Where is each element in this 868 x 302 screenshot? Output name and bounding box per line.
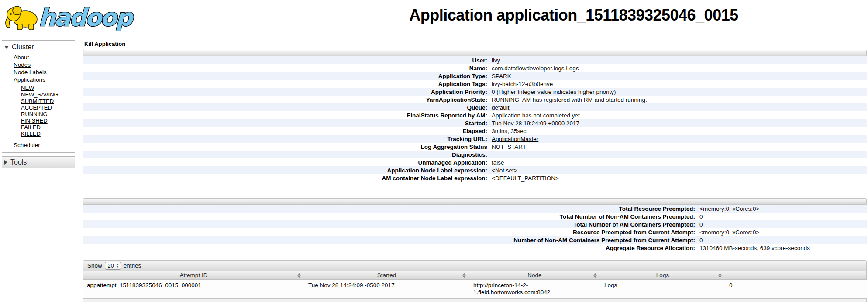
table-row: appattempt_1511839325046_0015_000001 Tue…: [83, 280, 867, 298]
info-label: Name:: [83, 65, 491, 72]
sidebar-item-state-running[interactable]: RUNNING: [21, 111, 48, 117]
application-overview-table: User:livy Name:com.dataflowdeveloper.log…: [83, 50, 867, 182]
info-value: 1310460 MB-seconds, 639 vcore-seconds: [699, 245, 810, 251]
sidebar-item-state-new-saving[interactable]: NEW_SAVING: [21, 91, 59, 98]
sidebar-item-nodes[interactable]: Nodes: [14, 62, 31, 68]
info-value: NOT_START: [491, 144, 526, 150]
list-item: FAILED: [21, 124, 75, 130]
info-label: Unmanaged Application:: [83, 159, 491, 166]
user-link[interactable]: livy: [492, 57, 500, 64]
application-overview-rows: User:livy Name:com.dataflowdeveloper.log…: [83, 56, 867, 182]
column-header-attempt-id[interactable]: Attempt ID: [83, 271, 304, 280]
table-row: Application Tags:livy-batch-12-u3b0enve: [83, 80, 867, 88]
table-row: Tracking URL:ApplicationMaster: [83, 135, 867, 143]
sidebar-item-node-labels[interactable]: Node Labels: [14, 69, 47, 76]
page-size-value: 20: [108, 263, 114, 269]
sidebar-section-tools[interactable]: Tools: [2, 156, 75, 168]
table-row: Total Number of Non-AM Containers Preemp…: [83, 213, 867, 220]
info-value: livy-batch-12-u3b0enve: [491, 81, 553, 87]
table-row: User:livy: [83, 56, 867, 64]
attempt-node-link[interactable]: http://princeton-14-2-1.field.hortonwork…: [473, 282, 596, 296]
hadoop-logo: hadoop: [3, 1, 139, 32]
sort-icon: [297, 273, 301, 278]
sort-icon: [593, 273, 597, 278]
info-label: Queue:: [83, 104, 491, 111]
table-length-toolbar: Show 20 entries: [83, 260, 867, 271]
info-label: Log Aggregation Status: [83, 144, 491, 150]
attempt-blacklisted-count: 0: [725, 280, 867, 298]
app-states-group: NEW NEW_SAVING SUBMITTED ACCEPTED RUNNIN…: [14, 85, 75, 137]
list-item: ACCEPTED: [21, 104, 75, 111]
info-value: Application has not completed yet.: [491, 112, 582, 119]
table-row: Log Aggregation StatusNOT_START: [83, 143, 867, 151]
info-label: Application Tags:: [83, 81, 491, 87]
cluster-section-label: Cluster: [12, 43, 34, 51]
tools-section-label: Tools: [10, 158, 27, 166]
list-item: Scheduler: [14, 141, 75, 149]
info-value: <DEFAULT_PARTITION>: [491, 175, 559, 182]
table-row: AM container Node Label expression:<DEFA…: [83, 174, 867, 182]
info-label: Number of Non-AM Containers Preempted fr…: [83, 237, 699, 244]
list-item: NEW_SAVING: [21, 91, 75, 98]
hadoop-elephant-icon: [6, 6, 37, 30]
tracking-url-link[interactable]: ApplicationMaster: [492, 136, 538, 142]
sidebar-item-state-new[interactable]: NEW: [21, 85, 34, 91]
info-label: Resource Preempted from Current Attempt:: [83, 229, 699, 236]
sidebar-item-about[interactable]: About: [14, 54, 29, 61]
table-row: Elapsed:3mins, 35sec: [83, 127, 867, 135]
info-value: RUNNING: AM has registered with RM and s…: [491, 96, 647, 103]
chevron-down-icon: [4, 46, 9, 49]
table-row: Application Type:SPARK: [83, 72, 867, 80]
resource-preemption-table: Total Resource Preempted:<memory:0, vCor…: [83, 198, 867, 252]
table-row: Total Number of AM Containers Preempted:…: [83, 220, 867, 228]
table-row: Application Priority:0 (Higher Integer v…: [83, 88, 867, 96]
column-header-logs[interactable]: Logs: [600, 271, 725, 280]
info-value: <Not set>: [491, 167, 517, 174]
list-item: Applications: [14, 76, 75, 83]
info-label: Elapsed:: [83, 128, 491, 134]
sidebar-item-state-failed[interactable]: FAILED: [21, 124, 41, 130]
attempt-logs-link[interactable]: Logs: [604, 282, 617, 288]
column-header-blank[interactable]: [725, 271, 867, 280]
info-label: AM container Node Label expression:: [83, 175, 491, 182]
info-value: 0: [699, 221, 703, 228]
sidebar-item-applications[interactable]: Applications: [14, 76, 45, 83]
cluster-nav-list: About Nodes Node Labels Applications NEW…: [2, 54, 75, 149]
column-label: Logs: [656, 272, 669, 278]
page-size-select[interactable]: 20: [105, 262, 121, 270]
list-item: SUBMITTED: [21, 98, 75, 104]
page-title: Application application_1511839325046_00…: [279, 6, 868, 24]
sidebar-item-scheduler[interactable]: Scheduler: [14, 142, 40, 148]
table-row: YarnApplicationState:RUNNING: AM has reg…: [83, 96, 867, 103]
sidebar-item-state-submitted[interactable]: SUBMITTED: [21, 98, 54, 104]
sidebar-item-state-killed[interactable]: KILLED: [21, 130, 41, 137]
info-label: Application Node Label expression:: [83, 167, 491, 174]
sidebar-item-state-accepted[interactable]: ACCEPTED: [21, 104, 52, 111]
queue-link[interactable]: default: [492, 104, 510, 111]
column-label: Started: [377, 272, 396, 278]
info-value: false: [491, 159, 504, 166]
table-row: FinalStatus Reported by AM:Application h…: [83, 111, 867, 119]
info-value: Tue Nov 28 19:24:09 +0000 2017: [491, 120, 579, 127]
sidebar-section-cluster[interactable]: Cluster: [2, 41, 75, 53]
list-item: Node Labels: [14, 69, 75, 76]
attempt-id-link[interactable]: appattempt_1511839325046_0015_000001: [87, 282, 201, 288]
info-label: Application Priority:: [83, 89, 491, 95]
table-footer: Showing 1 to 1 of 1 entries: [83, 298, 867, 302]
table-row: Name:com.dataflowdeveloper.logs.Logs: [83, 64, 867, 72]
column-header-started[interactable]: Started: [304, 271, 469, 280]
list-item: RUNNING: [21, 111, 75, 117]
info-value: 0 (Higher Integer value indicates higher…: [491, 89, 616, 95]
column-label: Attempt ID: [180, 272, 208, 278]
info-label: YarnApplicationState:: [83, 96, 491, 103]
attempt-started-value: Tue Nov 28 14:24:09 -0500 2017: [304, 280, 469, 298]
table-row: Number of Non-AM Containers Preempted fr…: [83, 236, 867, 244]
kill-application-button[interactable]: Kill Application: [84, 41, 125, 47]
table-row: Application Node Label expression:<Not s…: [83, 166, 867, 174]
table-row: Unmanaged Application:false: [83, 158, 867, 166]
sidebar-item-state-finished[interactable]: FINISHED: [21, 117, 48, 124]
app-states-list: NEW NEW_SAVING SUBMITTED ACCEPTED RUNNIN…: [14, 85, 75, 137]
column-header-node[interactable]: Node: [469, 271, 600, 280]
show-label: Show: [87, 262, 102, 269]
info-label: Application Type:: [83, 73, 491, 79]
